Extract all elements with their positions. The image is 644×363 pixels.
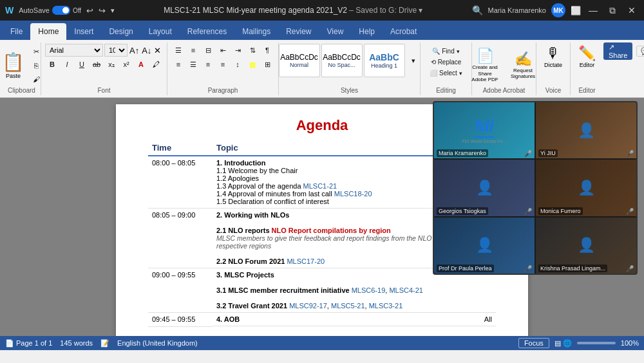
language-text: English (United Kingdom) xyxy=(117,339,198,347)
tab-help[interactable]: Help xyxy=(351,23,383,40)
clear-format-icon[interactable]: ✕ xyxy=(153,45,162,56)
select-button[interactable]: ⬜ Select ▾ xyxy=(421,68,472,78)
tab-design[interactable]: Design xyxy=(101,23,140,40)
nlo-report-link[interactable]: NLO Report compilations by region xyxy=(272,227,391,234)
style-no-space[interactable]: AaBbCcDc No Spac... xyxy=(321,44,363,77)
shading-button[interactable]: ▩ xyxy=(245,58,260,71)
word-count-text: 145 words xyxy=(60,339,93,347)
participant-name-1: Maria Kramarenko xyxy=(437,149,488,157)
font-family-select[interactable]: Arial xyxy=(45,44,103,57)
tab-mailings[interactable]: Mailings xyxy=(234,23,278,40)
focus-button[interactable]: Focus xyxy=(518,338,549,348)
replace-label: Replace xyxy=(438,59,462,66)
redo-icon[interactable]: ↪ xyxy=(99,6,106,15)
page-info[interactable]: 📄 Page 1 of 1 xyxy=(5,339,52,348)
grow-font-icon[interactable]: A↑ xyxy=(129,45,140,56)
tab-review[interactable]: Review xyxy=(278,23,319,40)
proofing-icon[interactable]: 📝 xyxy=(100,339,109,348)
search-icon[interactable]: 🔍 xyxy=(472,5,483,15)
minimize-button[interactable]: — xyxy=(586,3,600,17)
document-title: MLSC1-21 MLSC Mid-year meeting agenda 20… xyxy=(164,6,347,15)
restore-button[interactable]: ⧉ xyxy=(605,3,620,17)
font-color-button[interactable]: A xyxy=(134,58,148,71)
mlsc5-21-link[interactable]: MLSC5-21 xyxy=(331,302,365,310)
close-button[interactable]: ✕ xyxy=(625,3,639,17)
ribbon-display-icon[interactable]: ⬜ xyxy=(571,6,581,15)
word-count[interactable]: 145 words xyxy=(60,339,93,347)
tab-acrobat[interactable]: Acrobat xyxy=(383,23,424,40)
mlsc18-20-link[interactable]: MLSC18-20 xyxy=(334,190,372,198)
tab-view[interactable]: View xyxy=(319,23,352,40)
undo-icon[interactable]: ↩ xyxy=(86,6,93,15)
editor-button[interactable]: ✏️ Editor xyxy=(574,44,600,70)
tab-layout[interactable]: Layout xyxy=(141,23,180,40)
tab-insert[interactable]: Insert xyxy=(66,23,101,40)
align-center-button[interactable]: ☰ xyxy=(186,58,200,71)
video-tile-6: 👤 Krishna Prasad Lingam... 🎤 xyxy=(536,218,636,274)
share-icon: ↗ xyxy=(609,43,614,51)
decrease-indent-button[interactable]: ⇤ xyxy=(216,44,230,57)
mlsc4-21-link[interactable]: MLSC4-21 xyxy=(389,286,423,294)
select-icon: ⬜ xyxy=(430,70,437,77)
participant-name-3: Georgios Tsiogkas xyxy=(437,207,488,215)
style-heading1[interactable]: AaBbC Heading 1 xyxy=(364,44,405,77)
find-button[interactable]: 🔍 Find ▾ xyxy=(421,46,472,56)
line-spacing-button[interactable]: ↕ xyxy=(231,58,245,71)
video-overlay: fdi FDI World Dental Fe... Maria Kramare… xyxy=(433,101,638,275)
superscript-button[interactable]: x² xyxy=(119,58,133,71)
font-size-select[interactable]: 10 xyxy=(104,44,128,57)
tab-file[interactable]: File xyxy=(3,23,30,40)
create-share-pdf-button[interactable]: 📄 Create and ShareAdobe PDF xyxy=(468,46,503,84)
autosave-toggle[interactable]: AutoSave Off xyxy=(19,6,81,15)
print-view-icon[interactable]: ▤ xyxy=(554,339,561,348)
styles-more-button[interactable]: ▾ xyxy=(406,54,421,67)
tab-home[interactable]: Home xyxy=(30,23,66,40)
mlsc3-21-link[interactable]: MLSC3-21 xyxy=(369,302,403,310)
mlsc92-17-link[interactable]: MLSC92-17 xyxy=(289,302,327,310)
web-view-icon[interactable]: 🌐 xyxy=(563,339,572,348)
italic-button[interactable]: I xyxy=(60,58,74,71)
language[interactable]: English (United Kingdom) xyxy=(117,339,198,347)
editing-label: Editing xyxy=(436,87,456,94)
subscript-button[interactable]: x₂ xyxy=(104,58,118,71)
highlight-button[interactable]: 🖍 xyxy=(149,58,163,71)
mlsc6-19-link[interactable]: MLSC6-19 xyxy=(352,286,386,294)
underline-button[interactable]: U xyxy=(75,58,89,71)
share-button[interactable]: ↗ Share xyxy=(603,42,632,60)
video-tile-5: 👤 Prof Dr Paula Perlea 🎤 xyxy=(434,218,535,274)
bold-button[interactable]: B xyxy=(45,58,59,71)
style-normal[interactable]: AaBbCcDc Normal xyxy=(279,44,320,77)
paste-button[interactable]: 📋 Paste xyxy=(0,50,27,82)
sort-button[interactable]: ⇅ xyxy=(245,44,260,57)
request-signatures-button[interactable]: ✍ RequestSignatures xyxy=(506,46,541,84)
paragraph-label: Paragraph xyxy=(208,87,238,94)
style-h1-label: Heading 1 xyxy=(371,62,397,69)
numbering-button[interactable]: ≡ xyxy=(186,44,200,57)
justify-button[interactable]: ≡ xyxy=(216,58,230,71)
all-label: All xyxy=(484,315,492,323)
mlsc17-20-link[interactable]: MLSC17-20 xyxy=(287,257,325,265)
view-icons: ▤ 🌐 xyxy=(554,339,572,348)
comments-button[interactable]: 💬 Comments xyxy=(636,46,644,57)
user-avatar[interactable]: MK xyxy=(551,3,565,17)
multilevel-button[interactable]: ⊟ xyxy=(201,44,215,57)
shrink-font-icon[interactable]: A↓ xyxy=(141,45,152,56)
align-left-button[interactable]: ≡ xyxy=(171,58,185,71)
strikethrough-button[interactable]: ab xyxy=(90,58,104,71)
styles-group: AaBbCcDc Normal AaBbCcDc No Spac... AaBb… xyxy=(279,42,421,95)
paste-label: Paste xyxy=(6,73,21,79)
increase-indent-button[interactable]: ⇥ xyxy=(231,44,245,57)
dictate-button[interactable]: 🎙 Dictate xyxy=(540,44,566,70)
tab-references[interactable]: References xyxy=(180,23,234,40)
mlsc1-21-link[interactable]: MLSC1-21 xyxy=(303,182,337,190)
bullets-button[interactable]: ☰ xyxy=(171,44,185,57)
comments-icon: 💬 xyxy=(641,47,644,55)
borders-button[interactable]: ⊞ xyxy=(260,58,274,71)
zoom-slider[interactable] xyxy=(577,342,616,344)
replace-button[interactable]: ⟲ Replace xyxy=(421,57,472,67)
fdi-logo: fdi FDI World Dental Fe... xyxy=(462,117,507,144)
show-hide-button[interactable]: ¶ xyxy=(260,44,274,57)
autosave-toggle-switch[interactable] xyxy=(52,6,70,15)
align-right-button[interactable]: ≡ xyxy=(201,58,215,71)
find-label: Find xyxy=(442,48,454,55)
